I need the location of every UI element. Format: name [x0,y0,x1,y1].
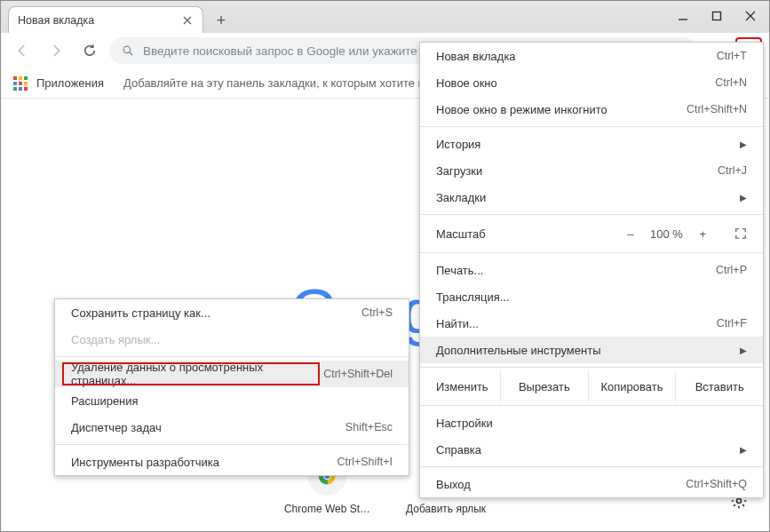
maximize-button[interactable] [702,4,732,28]
zoom-value: 100 % [646,227,687,241]
submenu-item-extensions[interactable]: Расширения [55,387,409,414]
browser-tab[interactable]: Новая вкладка [8,6,203,33]
menu-item-history[interactable]: История▶ [420,131,763,157]
zoom-plus-button[interactable]: + [699,227,706,241]
forward-button[interactable] [42,36,70,65]
shortcut-label: Chrome Web St… [284,503,370,515]
menu-item-exit[interactable]: ВыходCtrl+Shift+Q [420,471,763,497]
menu-row-edit: Изменить Вырезать Копировать Вставить [420,371,763,401]
bookmarks-hint: Добавляйте на эту панель закладки, к кот… [123,76,449,90]
submenu-item-task-manager[interactable]: Диспетчер задачShift+Esc [55,414,409,441]
shortcut-label: Добавить ярлык [406,503,486,515]
fullscreen-icon[interactable] [734,227,747,240]
minimize-button[interactable] [668,4,698,28]
menu-item-find[interactable]: Найти...Ctrl+F [420,310,763,337]
submenu-item-save-page[interactable]: Сохранить страницу как...Ctrl+S [55,299,409,326]
reload-button[interactable] [75,36,104,65]
menu-item-downloads[interactable]: ЗагрузкиCtrl+J [420,157,763,184]
menu-item-settings[interactable]: Настройки [420,409,763,436]
menu-item-help[interactable]: Справка▶ [420,436,763,463]
svg-point-1 [123,46,131,53]
menu-item-new-window[interactable]: Новое окноCtrl+N [420,69,763,96]
menu-item-more-tools[interactable]: Дополнительные инструменты▶ [420,337,763,363]
edit-paste-button[interactable]: Вставить [675,371,763,401]
window-controls [668,4,766,28]
submenu-item-dev-tools[interactable]: Инструменты разработчикаCtrl+Shift+I [55,449,409,475]
menu-item-incognito[interactable]: Новое окно в режиме инкогнитоCtrl+Shift+… [420,96,763,123]
svg-rect-0 [713,12,721,20]
menu-item-new-tab[interactable]: Новая вкладкаCtrl+T [420,43,763,69]
menu-item-cast[interactable]: Трансляция... [420,283,763,310]
apps-icon[interactable] [13,76,28,91]
chrome-main-menu: Новая вкладкаCtrl+T Новое окноCtrl+N Нов… [419,42,764,498]
menu-item-print[interactable]: Печать...Ctrl+P [420,257,763,283]
zoom-minus-button[interactable]: – [627,227,633,241]
close-window-button[interactable] [735,4,766,28]
window-titlebar: Новая вкладка + [1,1,769,33]
tab-title: Новая вкладка [18,14,174,27]
new-tab-button[interactable]: + [209,8,234,33]
edit-copy-button[interactable]: Копировать [588,371,676,401]
edit-cut-button[interactable]: Вырезать [500,371,588,401]
submenu-item-create-shortcut: Создать ярлык... [55,326,409,353]
submenu-item-clear-data[interactable]: Удаление данных о просмотренных страница… [55,361,409,387]
apps-label[interactable]: Приложения [36,76,104,90]
close-tab-icon[interactable] [181,14,194,27]
svg-point-10 [737,499,742,504]
back-button[interactable] [8,36,36,65]
search-icon [122,44,134,57]
more-tools-submenu: Сохранить страницу как...Ctrl+S Создать … [54,298,409,476]
edit-label: Изменить [420,371,500,401]
menu-item-bookmarks[interactable]: Закладки▶ [420,184,763,210]
menu-item-zoom: Масштаб – 100 % + [420,218,763,249]
